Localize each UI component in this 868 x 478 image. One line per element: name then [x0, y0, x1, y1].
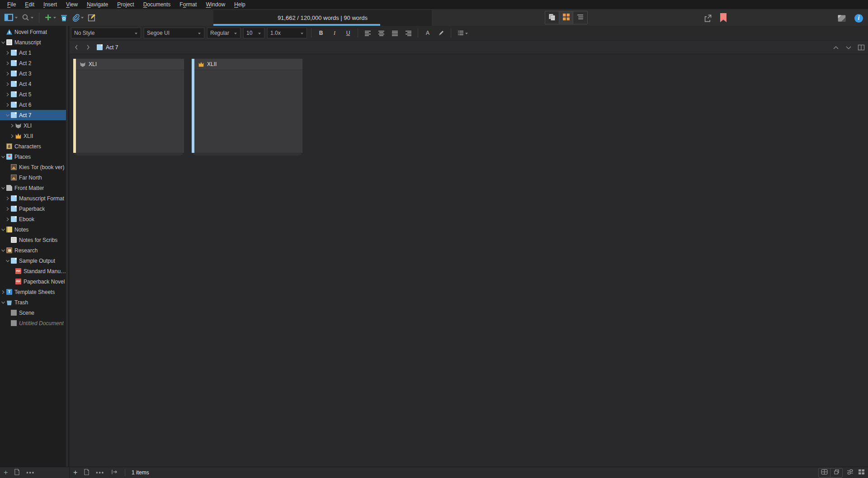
menu-navigate[interactable]: Navigate — [82, 0, 113, 9]
binder-button[interactable] — [3, 11, 19, 24]
sidebar-item-notes-for-scribs[interactable]: Notes for Scribs — [0, 235, 67, 245]
sidebar-item-act-5[interactable]: Act 5 — [0, 89, 67, 99]
search-button[interactable] — [20, 11, 35, 24]
highlight-button[interactable] — [436, 28, 447, 38]
chevron-right-icon[interactable] — [5, 217, 10, 222]
card-header[interactable]: XLI — [76, 59, 184, 70]
chevron-down-icon[interactable] — [1, 249, 5, 252]
sidebar-item-untitled-document[interactable]: Untitled Document — [0, 318, 67, 328]
chevron-right-icon[interactable] — [5, 61, 10, 66]
chevron-down-icon[interactable] — [1, 41, 5, 44]
menu-file[interactable]: File — [3, 0, 20, 9]
menu-project[interactable]: Project — [113, 0, 138, 9]
menu-insert[interactable]: Insert — [39, 0, 61, 9]
back-button[interactable] — [72, 43, 80, 52]
menu-edit[interactable]: Edit — [20, 0, 39, 9]
next-document-button[interactable] — [844, 43, 853, 52]
chevron-right-icon[interactable] — [1, 290, 5, 294]
corkboard-stack-button[interactable] — [830, 469, 842, 477]
sidebar-item-act-4[interactable]: Act 4 — [0, 79, 67, 89]
card-body[interactable]: XLII — [191, 58, 303, 153]
menu-view[interactable]: View — [61, 0, 82, 9]
menu-window[interactable]: Window — [201, 0, 230, 9]
sidebar-item-template-sheets[interactable]: Template Sheets — [0, 287, 67, 297]
align-left-button[interactable] — [362, 28, 373, 38]
chevron-down-icon[interactable] — [5, 114, 10, 117]
sidebar-scrollbar[interactable] — [66, 26, 68, 467]
sidebar-item-act-3[interactable]: Act 3 — [0, 68, 67, 79]
chevron-right-icon[interactable] — [5, 51, 10, 55]
sidebar-item-notes[interactable]: Notes — [0, 224, 67, 235]
move-to-button[interactable] — [111, 469, 118, 476]
card-header[interactable]: XLII — [194, 59, 302, 70]
chevron-down-icon[interactable] — [5, 259, 10, 263]
align-right-button[interactable] — [403, 28, 414, 38]
forward-button[interactable] — [84, 43, 92, 52]
bookmark-button[interactable] — [719, 11, 728, 24]
sidebar-item-xli[interactable]: XLI — [0, 120, 67, 131]
underline-button[interactable]: U — [343, 28, 354, 38]
add-item-button[interactable]: + — [73, 469, 77, 476]
sidebar-item-manuscript[interactable]: Manuscript — [0, 37, 67, 47]
chevron-down-icon[interactable] — [1, 186, 5, 190]
add-document-button[interactable] — [84, 469, 90, 477]
style-select[interactable]: No Style — [71, 28, 141, 38]
document-title[interactable]: Act 7 — [97, 44, 118, 51]
sidebar-item-scene[interactable]: Scene — [0, 308, 67, 318]
add-item-button[interactable]: + — [4, 469, 8, 476]
font-select[interactable]: Segoe UI — [144, 28, 204, 38]
outline-view-button[interactable] — [573, 11, 587, 24]
chevron-right-icon[interactable] — [10, 134, 14, 138]
chevron-right-icon[interactable] — [5, 196, 10, 201]
sidebar-item-xlii[interactable]: XLII — [0, 131, 67, 141]
font-weight-select[interactable]: Regular — [207, 28, 241, 38]
index-card-xlii[interactable]: XLII — [191, 58, 303, 156]
compose-button[interactable] — [86, 11, 97, 24]
sidebar-item-places[interactable]: Places — [0, 151, 67, 162]
more-options-button[interactable]: ••• — [96, 469, 104, 476]
document-view-button[interactable] — [545, 11, 559, 24]
chevron-down-icon[interactable] — [1, 228, 5, 232]
card-body[interactable]: XLI — [73, 58, 184, 153]
previous-document-button[interactable] — [832, 43, 840, 52]
sidebar-item-act-6[interactable]: Act 6 — [0, 99, 67, 110]
sidebar-item-act-2[interactable]: Act 2 — [0, 58, 67, 68]
sidebar-item-trash[interactable]: Trash — [0, 297, 67, 308]
line-spacing-select[interactable]: 1.0x — [267, 28, 307, 38]
sidebar-item-manuscript-format[interactable]: Manuscript Format — [0, 193, 67, 204]
list-format-button[interactable] — [455, 28, 471, 38]
sidebar-item-ebook[interactable]: Ebook — [0, 214, 67, 224]
corkboard-view-button[interactable] — [559, 11, 573, 24]
sidebar-item-standard-manus[interactable]: Standard Manus... — [0, 266, 67, 276]
attach-button[interactable] — [70, 11, 85, 24]
chevron-right-icon[interactable] — [5, 82, 10, 86]
chevron-down-icon[interactable] — [1, 301, 5, 304]
corkboard[interactable]: XLIXLII — [70, 55, 868, 467]
chevron-right-icon[interactable] — [5, 207, 10, 211]
chevron-right-icon[interactable] — [5, 92, 10, 97]
chevron-right-icon[interactable] — [5, 103, 10, 107]
sidebar-item-characters[interactable]: Characters — [0, 141, 67, 151]
sidebar-item-act-1[interactable]: Act 1 — [0, 47, 67, 58]
more-options-button[interactable]: ••• — [26, 469, 35, 476]
sidebar-item-front-matter[interactable]: Front Matter — [0, 183, 67, 193]
split-view-button[interactable] — [857, 43, 865, 52]
sidebar-item-paperback[interactable]: Paperback — [0, 204, 67, 214]
menu-documents[interactable]: Documents — [139, 0, 175, 9]
chevron-down-icon[interactable] — [1, 155, 5, 159]
index-card-xli[interactable]: XLI — [73, 58, 184, 156]
sidebar-item-far-north[interactable]: Far North — [0, 172, 67, 183]
cards-per-row-button[interactable] — [858, 469, 865, 476]
trash-button[interactable] — [59, 11, 69, 24]
sidebar-item-novel-format[interactable]: Novel Format — [0, 27, 67, 37]
card-size-button[interactable] — [846, 469, 854, 476]
add-document-button[interactable] — [14, 469, 20, 477]
align-center-button[interactable] — [376, 28, 387, 38]
menu-help[interactable]: Help — [230, 0, 250, 9]
align-justify-button[interactable] — [389, 28, 400, 38]
sidebar-item-sample-output[interactable]: Sample Output — [0, 256, 67, 266]
font-size-select[interactable]: 10 — [243, 28, 264, 38]
sidebar-item-act-7[interactable]: Act 7 — [0, 110, 67, 120]
inspector-button[interactable]: i — [853, 12, 864, 24]
text-color-button[interactable]: A — [422, 28, 433, 38]
